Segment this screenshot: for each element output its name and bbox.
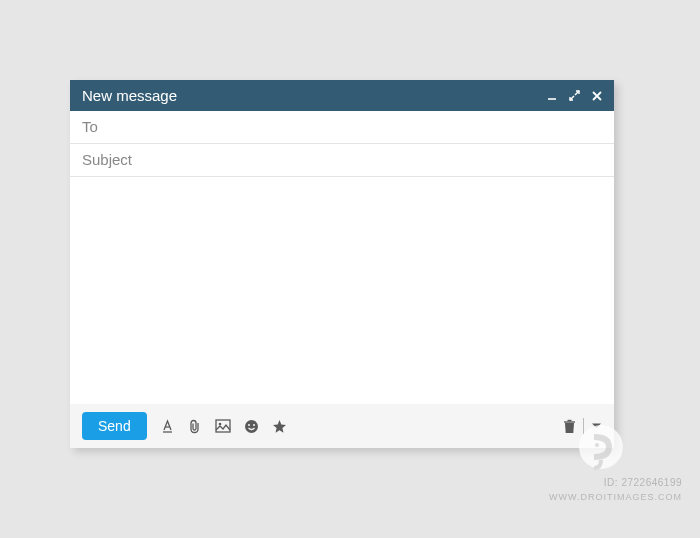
expand-icon[interactable] (569, 90, 580, 101)
toolbar-left: Send (82, 412, 287, 440)
toolbar: Send (70, 404, 614, 448)
svg-rect-13 (568, 419, 572, 421)
to-field-row (70, 111, 614, 144)
window-title: New message (82, 87, 177, 104)
body-area (70, 177, 614, 404)
compose-window: New message (70, 80, 614, 448)
svg-point-15 (595, 443, 599, 447)
watermark-url: WWW.DROITIMAGES.COM (549, 492, 682, 502)
body-textarea[interactable] (82, 187, 602, 394)
insert-image-icon[interactable] (215, 419, 231, 433)
minimize-icon[interactable] (547, 91, 557, 101)
subject-field-row (70, 144, 614, 177)
format-text-icon[interactable] (160, 419, 175, 434)
emoji-icon[interactable] (244, 419, 259, 434)
attach-icon[interactable] (188, 419, 202, 434)
svg-point-8 (218, 423, 221, 426)
watermark-logo (574, 420, 628, 474)
title-bar-controls (547, 90, 602, 101)
svg-point-9 (245, 420, 258, 433)
subject-input[interactable] (82, 151, 602, 168)
send-button[interactable]: Send (82, 412, 147, 440)
to-input[interactable] (82, 118, 602, 135)
close-icon[interactable] (592, 91, 602, 101)
title-bar: New message (70, 80, 614, 111)
star-icon[interactable] (272, 419, 287, 434)
svg-rect-7 (216, 420, 230, 432)
watermark-id: ID: 2722646199 (604, 477, 682, 488)
svg-point-10 (248, 424, 250, 426)
svg-point-11 (253, 424, 255, 426)
